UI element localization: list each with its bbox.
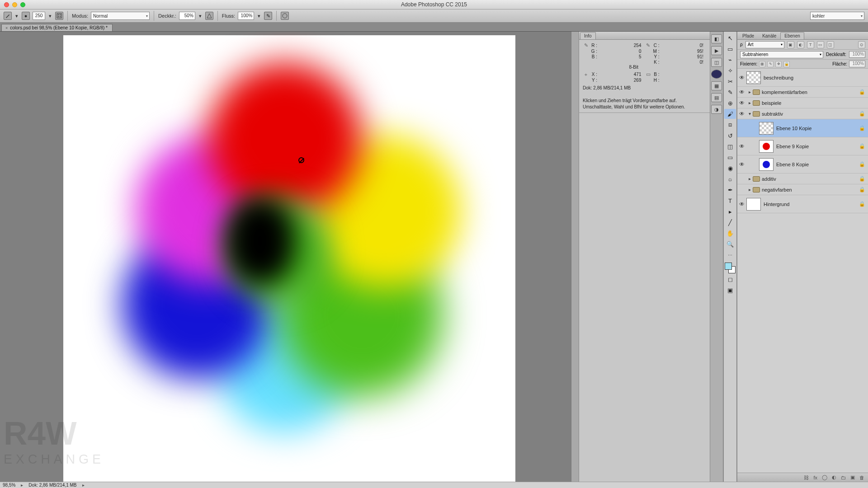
filter-smart-icon[interactable]: ◫ — [827, 41, 834, 48]
visibility-toggle[interactable]: 👁 — [737, 89, 746, 95]
hand-tool[interactable]: ✋ — [724, 228, 736, 238]
layer-name[interactable]: beschreibung — [764, 75, 793, 80]
move-tool[interactable]: ↖ — [724, 33, 736, 43]
line-tool[interactable]: ╱ — [724, 217, 736, 227]
opacity-input[interactable]: 50% — [179, 12, 195, 20]
scrollbar-vertical[interactable] — [571, 32, 579, 482]
gradient-tool[interactable]: ▭ — [724, 152, 736, 162]
layer-name[interactable]: komplementärfarben — [762, 89, 807, 95]
layer-group-row[interactable]: negativfarben🔒 — [737, 184, 868, 195]
layers-list[interactable]: 👁beschreibung👁komplementärfarben🔒👁beispi… — [737, 69, 868, 473]
layer-name[interactable]: subtraktiv — [762, 111, 783, 117]
opacity-dropdown[interactable]: ▾ — [198, 13, 203, 19]
filter-adjustment-icon[interactable]: ◐ — [797, 41, 804, 48]
swatches-panel-icon[interactable]: ▦ — [711, 81, 722, 90]
quick-mask-icon[interactable]: ◻ — [724, 274, 736, 284]
lock-transparency-icon[interactable]: ▦ — [759, 61, 765, 67]
disclosure-triangle[interactable] — [746, 89, 753, 94]
actions-panel-icon[interactable]: ▶ — [711, 46, 722, 55]
layer-name[interactable]: negativfarben — [762, 187, 792, 192]
layer-name[interactable]: Ebene 10 Kopie — [776, 126, 811, 131]
layer-group-row[interactable]: 👁komplementärfarben🔒 — [737, 87, 868, 98]
link-layers-icon[interactable]: ⛓ — [804, 475, 809, 480]
new-layer-icon[interactable]: ▣ — [850, 474, 855, 480]
adjustments-panel-icon[interactable]: ◑ — [711, 105, 722, 114]
layer-row[interactable]: 👁beschreibung — [737, 69, 868, 87]
layer-name[interactable]: Ebene 9 Kopie — [776, 144, 809, 149]
filter-type-icon[interactable]: T — [807, 41, 814, 48]
brush-picker-dropdown[interactable]: ▾ — [48, 13, 52, 19]
tab-ebenen[interactable]: Ebenen — [780, 32, 804, 39]
lock-pixels-icon[interactable]: ✎ — [767, 61, 774, 67]
magic-wand-tool[interactable]: ✧ — [724, 66, 736, 75]
layer-blend-mode-select[interactable]: Subtrahieren — [740, 51, 823, 58]
tool-preset-icon[interactable] — [4, 12, 12, 20]
tab-kanale[interactable]: Kanäle — [758, 32, 780, 39]
disclosure-triangle[interactable] — [746, 111, 753, 116]
filter-toggle-switch[interactable]: ⊙ — [858, 41, 865, 48]
tab-pfade[interactable]: Pfade — [738, 32, 758, 39]
brush-size-input[interactable]: 250 — [33, 12, 45, 20]
foreground-color-swatch[interactable] — [725, 263, 732, 270]
lock-all-icon[interactable]: 🔒 — [783, 61, 790, 67]
brush-preview-icon[interactable]: ● — [22, 12, 30, 20]
layer-thumbnail[interactable] — [759, 158, 774, 171]
layer-group-row[interactable]: 👁beispiele — [737, 98, 868, 108]
flow-input[interactable]: 100% — [238, 12, 254, 20]
brush-tool[interactable]: 🖌 — [724, 109, 736, 119]
healing-brush-tool[interactable]: ⊕ — [724, 98, 736, 108]
dodge-tool[interactable]: ☼ — [724, 174, 736, 184]
visibility-toggle[interactable]: 👁 — [737, 201, 746, 207]
pen-tool[interactable]: ✒ — [724, 185, 736, 195]
new-group-icon[interactable]: 🗀 — [841, 475, 846, 480]
document-canvas[interactable] — [63, 35, 515, 482]
workspace-select[interactable]: kohler — [810, 12, 864, 20]
delete-layer-icon[interactable]: 🗑 — [859, 475, 864, 480]
visibility-toggle[interactable]: 👁 — [737, 143, 746, 150]
layer-row[interactable]: 👁Ebene 9 Kopie🔒 — [737, 137, 868, 155]
disclosure-triangle[interactable] — [746, 100, 753, 105]
layer-row[interactable]: 👁Hintergrund🔒 — [737, 195, 868, 213]
foreground-background-colors[interactable] — [725, 263, 736, 273]
canvas-area[interactable]: R4WEXCHANGE — [0, 32, 579, 482]
layer-group-row[interactable]: additiv🔒 — [737, 174, 868, 184]
properties-panel-icon[interactable]: ◫ — [711, 58, 722, 67]
blur-tool[interactable]: ◉ — [724, 163, 736, 173]
layer-thumbnail[interactable] — [759, 140, 774, 153]
new-adjustment-icon[interactable]: ◐ — [832, 474, 836, 480]
visibility-toggle[interactable]: 👁 — [737, 111, 746, 117]
history-panel-icon[interactable]: ◧ — [711, 34, 722, 43]
clone-stamp-tool[interactable]: ⧈ — [724, 120, 736, 130]
eraser-tool[interactable]: ◫ — [724, 141, 736, 151]
pressure-size-icon[interactable] — [281, 12, 289, 20]
color-panel-icon[interactable] — [711, 70, 722, 79]
visibility-toggle[interactable]: 👁 — [737, 161, 746, 168]
type-tool[interactable]: T — [724, 196, 736, 206]
screen-mode-icon[interactable]: ▣ — [724, 285, 736, 295]
layer-fx-icon[interactable]: fx — [813, 475, 817, 480]
layer-fill-input[interactable]: 100% — [849, 61, 865, 67]
disclosure-triangle[interactable] — [746, 187, 753, 192]
lock-position-icon[interactable]: ✥ — [775, 61, 782, 67]
edit-toolbar-icon[interactable]: ⋯ — [724, 250, 736, 260]
brush-panel-toggle-icon[interactable] — [55, 12, 63, 20]
airbrush-icon[interactable]: ✎ — [264, 12, 272, 20]
flow-dropdown[interactable]: ▾ — [257, 13, 261, 19]
layer-row[interactable]: Ebene 10 Kopie🔒 — [737, 119, 868, 137]
add-mask-icon[interactable]: ◯ — [822, 474, 827, 480]
marquee-tool[interactable]: ▭ — [724, 44, 736, 54]
status-more-icon[interactable]: ▸ — [82, 483, 85, 488]
lasso-tool[interactable]: ⌁ — [724, 55, 736, 65]
styles-panel-icon[interactable]: ▤ — [711, 93, 722, 102]
layer-thumbnail[interactable] — [746, 198, 761, 211]
status-popup-icon[interactable]: ▸ — [21, 483, 23, 488]
layer-name[interactable]: Hintergrund — [764, 202, 789, 207]
path-selection-tool[interactable]: ▸ — [724, 206, 736, 216]
close-tab-icon[interactable]: × — [5, 26, 8, 30]
zoom-level[interactable]: 98,5% — [3, 483, 15, 488]
pressure-opacity-icon[interactable] — [205, 12, 213, 20]
disclosure-triangle[interactable] — [746, 176, 753, 181]
zoom-tool[interactable]: 🔍 — [724, 239, 736, 249]
layer-opacity-input[interactable]: 100% — [849, 51, 865, 58]
visibility-toggle[interactable]: 👁 — [737, 100, 746, 106]
